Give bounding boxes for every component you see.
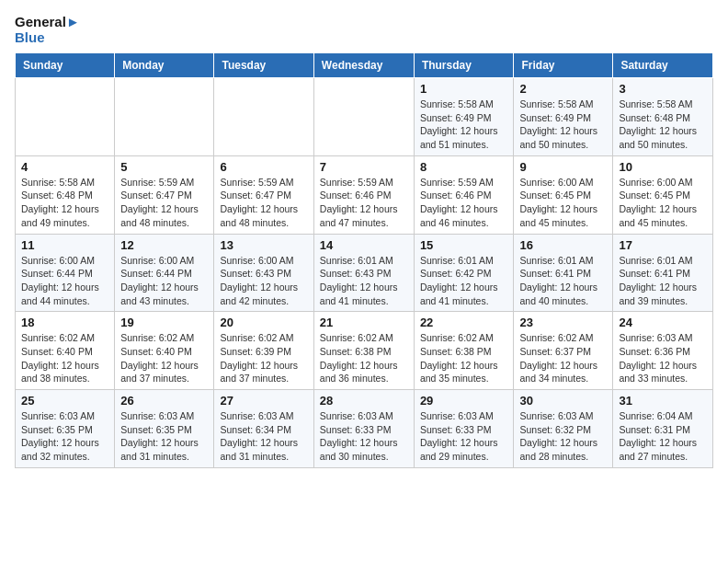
day-number: 4 (21, 160, 108, 174)
day-number: 21 (320, 316, 408, 329)
day-number: 1 (420, 82, 508, 96)
calendar-day-cell: 29Sunrise: 6:03 AM Sunset: 6:33 PM Dayli… (414, 390, 514, 468)
day-info: Sunrise: 6:00 AM Sunset: 6:45 PM Dayligh… (519, 176, 607, 230)
calendar-day-cell: 20Sunrise: 6:02 AM Sunset: 6:39 PM Dayli… (214, 312, 313, 390)
calendar-day-cell: 9Sunrise: 6:00 AM Sunset: 6:45 PM Daylig… (514, 155, 613, 234)
day-number: 27 (220, 394, 307, 408)
day-number: 5 (120, 160, 208, 174)
day-info: Sunrise: 5:58 AM Sunset: 6:49 PM Dayligh… (420, 98, 508, 152)
day-number: 31 (619, 394, 707, 408)
calendar-day-cell (313, 78, 414, 156)
day-number: 13 (220, 238, 307, 252)
calendar-day-cell: 6Sunrise: 5:59 AM Sunset: 6:47 PM Daylig… (214, 155, 313, 234)
calendar-day-cell: 27Sunrise: 6:03 AM Sunset: 6:34 PM Dayli… (214, 390, 313, 468)
calendar-day-cell: 30Sunrise: 6:03 AM Sunset: 6:32 PM Dayli… (514, 390, 613, 468)
day-info: Sunrise: 6:02 AM Sunset: 6:39 PM Dayligh… (220, 331, 307, 385)
calendar-day-cell: 4Sunrise: 5:58 AM Sunset: 6:48 PM Daylig… (16, 155, 115, 234)
day-number: 10 (619, 160, 707, 174)
day-info: Sunrise: 5:59 AM Sunset: 6:46 PM Dayligh… (420, 176, 508, 230)
day-info: Sunrise: 5:58 AM Sunset: 6:49 PM Dayligh… (519, 98, 607, 152)
calendar-day-cell (214, 78, 313, 156)
calendar-day-cell: 5Sunrise: 5:59 AM Sunset: 6:47 PM Daylig… (115, 155, 214, 234)
calendar-day-cell: 3Sunrise: 5:58 AM Sunset: 6:48 PM Daylig… (613, 78, 713, 156)
day-number: 23 (519, 316, 607, 329)
day-info: Sunrise: 5:58 AM Sunset: 6:48 PM Dayligh… (619, 98, 707, 152)
day-number: 16 (519, 238, 607, 252)
day-info: Sunrise: 6:03 AM Sunset: 6:33 PM Dayligh… (320, 409, 408, 464)
day-info: Sunrise: 6:01 AM Sunset: 6:41 PM Dayligh… (519, 254, 607, 308)
day-number: 22 (420, 316, 508, 329)
day-of-week-header: Saturday (613, 53, 713, 78)
calendar-week-row: 4Sunrise: 5:58 AM Sunset: 6:48 PM Daylig… (16, 155, 713, 234)
day-info: Sunrise: 6:03 AM Sunset: 6:35 PM Dayligh… (21, 409, 108, 464)
calendar-day-cell: 22Sunrise: 6:02 AM Sunset: 6:38 PM Dayli… (414, 312, 514, 390)
day-info: Sunrise: 6:04 AM Sunset: 6:31 PM Dayligh… (619, 409, 707, 464)
calendar-week-row: 25Sunrise: 6:03 AM Sunset: 6:35 PM Dayli… (16, 390, 713, 468)
calendar-day-cell: 25Sunrise: 6:03 AM Sunset: 6:35 PM Dayli… (16, 390, 115, 468)
day-of-week-header: Tuesday (214, 53, 313, 78)
day-number: 11 (21, 238, 108, 252)
calendar-day-cell: 31Sunrise: 6:04 AM Sunset: 6:31 PM Dayli… (613, 390, 713, 468)
calendar-day-cell: 11Sunrise: 6:00 AM Sunset: 6:44 PM Dayli… (16, 234, 115, 312)
day-of-week-header: Friday (514, 53, 613, 78)
day-number: 25 (21, 394, 108, 408)
day-of-week-header: Sunday (16, 53, 115, 78)
day-number: 9 (519, 160, 607, 174)
calendar-week-row: 1Sunrise: 5:58 AM Sunset: 6:49 PM Daylig… (16, 78, 713, 156)
day-number: 19 (120, 316, 208, 329)
day-info: Sunrise: 6:02 AM Sunset: 6:40 PM Dayligh… (21, 331, 108, 385)
day-info: Sunrise: 5:59 AM Sunset: 6:47 PM Dayligh… (220, 176, 307, 230)
day-of-week-header: Thursday (414, 53, 514, 78)
day-number: 15 (420, 238, 508, 252)
day-info: Sunrise: 6:02 AM Sunset: 6:40 PM Dayligh… (120, 331, 208, 385)
day-info: Sunrise: 6:02 AM Sunset: 6:38 PM Dayligh… (420, 331, 508, 385)
day-number: 6 (220, 160, 307, 174)
day-info: Sunrise: 6:01 AM Sunset: 6:42 PM Dayligh… (420, 254, 508, 308)
calendar-day-cell: 14Sunrise: 6:01 AM Sunset: 6:43 PM Dayli… (313, 234, 414, 312)
calendar-day-cell: 18Sunrise: 6:02 AM Sunset: 6:40 PM Dayli… (16, 312, 115, 390)
calendar-day-cell: 12Sunrise: 6:00 AM Sunset: 6:44 PM Dayli… (115, 234, 214, 312)
day-info: Sunrise: 6:01 AM Sunset: 6:41 PM Dayligh… (619, 254, 707, 308)
day-info: Sunrise: 6:02 AM Sunset: 6:38 PM Dayligh… (320, 331, 408, 385)
day-info: Sunrise: 6:02 AM Sunset: 6:37 PM Dayligh… (519, 331, 607, 385)
day-number: 28 (320, 394, 408, 408)
calendar-day-cell: 16Sunrise: 6:01 AM Sunset: 6:41 PM Dayli… (514, 234, 613, 312)
calendar-week-row: 11Sunrise: 6:00 AM Sunset: 6:44 PM Dayli… (16, 234, 713, 312)
day-of-week-header: Wednesday (313, 53, 414, 78)
day-info: Sunrise: 5:59 AM Sunset: 6:46 PM Dayligh… (320, 176, 408, 230)
calendar-header-row: SundayMondayTuesdayWednesdayThursdayFrid… (16, 53, 713, 78)
day-number: 12 (120, 238, 208, 252)
day-number: 7 (320, 160, 408, 174)
day-of-week-header: Monday (115, 53, 214, 78)
day-info: Sunrise: 6:03 AM Sunset: 6:35 PM Dayligh… (120, 409, 208, 464)
day-info: Sunrise: 5:59 AM Sunset: 6:47 PM Dayligh… (120, 176, 208, 230)
calendar-day-cell (115, 78, 214, 156)
day-info: Sunrise: 6:03 AM Sunset: 6:33 PM Dayligh… (420, 409, 508, 464)
calendar-day-cell (16, 78, 115, 156)
calendar-day-cell: 7Sunrise: 5:59 AM Sunset: 6:46 PM Daylig… (313, 155, 414, 234)
day-number: 20 (220, 316, 307, 329)
day-info: Sunrise: 6:00 AM Sunset: 6:45 PM Dayligh… (619, 176, 707, 230)
day-info: Sunrise: 6:00 AM Sunset: 6:43 PM Dayligh… (220, 254, 307, 308)
day-info: Sunrise: 6:03 AM Sunset: 6:36 PM Dayligh… (619, 331, 707, 385)
header: General► Blue (15, 15, 713, 45)
calendar-day-cell: 28Sunrise: 6:03 AM Sunset: 6:33 PM Dayli… (313, 390, 414, 468)
calendar-day-cell: 8Sunrise: 5:59 AM Sunset: 6:46 PM Daylig… (414, 155, 514, 234)
day-info: Sunrise: 6:03 AM Sunset: 6:32 PM Dayligh… (519, 409, 607, 464)
day-number: 26 (120, 394, 208, 408)
logo-text: General► Blue (15, 15, 80, 45)
calendar-day-cell: 2Sunrise: 5:58 AM Sunset: 6:49 PM Daylig… (514, 78, 613, 156)
calendar-day-cell: 23Sunrise: 6:02 AM Sunset: 6:37 PM Dayli… (514, 312, 613, 390)
calendar-week-row: 18Sunrise: 6:02 AM Sunset: 6:40 PM Dayli… (16, 312, 713, 390)
day-number: 3 (619, 82, 707, 96)
day-number: 17 (619, 238, 707, 252)
day-number: 30 (519, 394, 607, 408)
day-number: 2 (519, 82, 607, 96)
day-number: 8 (420, 160, 508, 174)
calendar-day-cell: 13Sunrise: 6:00 AM Sunset: 6:43 PM Dayli… (214, 234, 313, 312)
logo: General► Blue (15, 15, 80, 45)
calendar-day-cell: 15Sunrise: 6:01 AM Sunset: 6:42 PM Dayli… (414, 234, 514, 312)
calendar-day-cell: 26Sunrise: 6:03 AM Sunset: 6:35 PM Dayli… (115, 390, 214, 468)
day-number: 29 (420, 394, 508, 408)
calendar-day-cell: 19Sunrise: 6:02 AM Sunset: 6:40 PM Dayli… (115, 312, 214, 390)
